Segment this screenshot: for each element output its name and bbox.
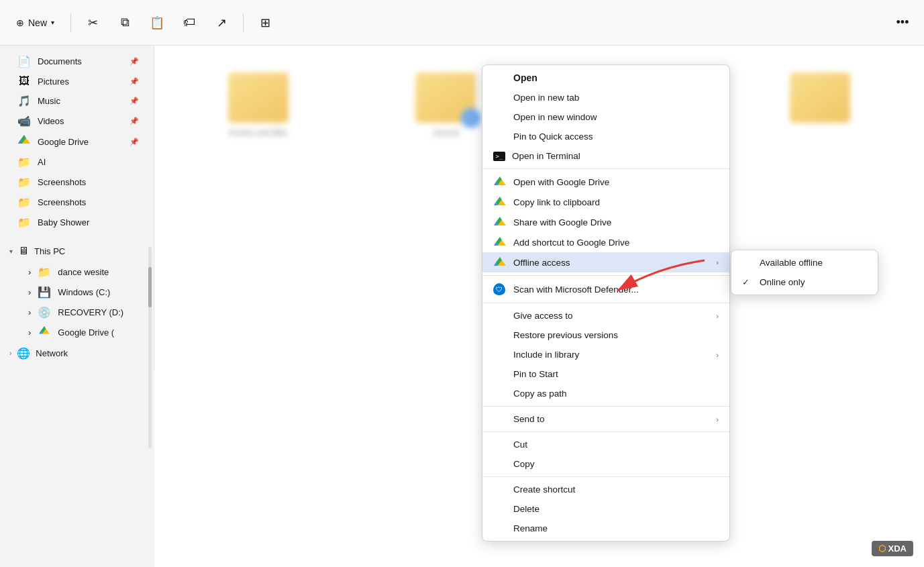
sidebar-label-videos: Videos (38, 116, 64, 126)
submenu-available-offline-label: Available offline (760, 258, 823, 268)
sidebar-item-screenshots-1[interactable]: 📁 Screenshots (4, 172, 150, 192)
menu-offline-access-label: Offline access (513, 258, 709, 268)
paste-button[interactable]: 📋 (144, 9, 170, 36)
submenu-item-available-offline[interactable]: Available offline (731, 253, 878, 272)
google-drive-icon (17, 135, 31, 148)
menu-item-rename[interactable]: Rename (482, 519, 729, 538)
include-library-arrow: › (716, 351, 719, 359)
menu-item-open-new-tab[interactable]: Open in new tab (482, 88, 729, 107)
menu-item-open-terminal[interactable]: >_ Open in Terminal (482, 146, 729, 166)
menu-item-copy-file[interactable]: Copy (482, 454, 729, 474)
pin-icon-music: 📌 (130, 97, 139, 105)
menu-copy-label: Copy (513, 459, 719, 469)
menu-item-create-shortcut[interactable]: Create shortcut (482, 480, 729, 499)
sidebar-item-baby-shower[interactable]: 📁 Baby Shower (4, 213, 150, 232)
sidebar-label-screenshots-1: Screenshots (38, 177, 86, 187)
network-section[interactable]: › 🌐 Network (3, 343, 151, 364)
xda-watermark: ⬡ XDA (872, 541, 913, 556)
sidebar-label-screenshots-2: Screenshots (38, 197, 86, 207)
menu-item-pin-quick-access[interactable]: Pin to Quick access (482, 127, 729, 146)
sidebar-label-ai: AI (38, 157, 46, 167)
menu-item-pin-start[interactable]: Pin to Start (482, 364, 729, 384)
menu-item-send-to[interactable]: Send to › (482, 409, 729, 429)
sidebar-label-dance-website: dance wesite (58, 267, 109, 277)
network-label: Network (36, 348, 68, 358)
rename-button[interactable]: 🏷 (176, 9, 203, 36)
sidebar-item-recovery-d[interactable]: › 💿 RECOVERY (D:) (4, 303, 150, 322)
menu-item-share-gdrive[interactable]: Share with Google Drive (482, 212, 729, 232)
sidebar-label-recovery-d: RECOVERY (D:) (58, 307, 123, 317)
toolbar-separator-2 (243, 13, 244, 32)
menu-give-access-label: Give access to (513, 311, 709, 321)
send-to-arrow: › (716, 415, 719, 423)
toolbar: ⊕ New ▾ ✂ ⧉ 📋 🏷 ↗ ⊞ ••• (0, 0, 924, 46)
menu-scan-defender-label: Scan with Microsoft Defender... (513, 285, 719, 295)
this-pc-label: This PC (34, 246, 65, 256)
menu-include-library-label: Include in library (513, 350, 709, 360)
main-layout: 📄 Documents 📌 🖼 Pictures 📌 🎵 Music 📌 📹 V… (0, 46, 924, 567)
context-menu-separator-2 (482, 275, 729, 276)
sidebar-item-videos[interactable]: 📹 Videos 📌 (4, 111, 150, 131)
sidebar-item-screenshots-2[interactable]: 📁 Screenshots (4, 193, 150, 212)
recovery-d-chevron: › (28, 307, 31, 317)
context-menu-separator-3 (482, 303, 729, 303)
copy-button[interactable]: ⧉ (111, 9, 138, 36)
menu-open-new-tab-label: Open in new tab (513, 93, 719, 103)
menu-item-copy-link[interactable]: Copy link to clipboard (482, 192, 729, 212)
sidebar-item-dance-website[interactable]: › 📁 dance wesite (4, 262, 150, 282)
sidebar-item-ai[interactable]: 📁 AI (4, 152, 150, 172)
screenshots2-icon: 📁 (17, 196, 31, 209)
new-icon: ⊕ (16, 17, 24, 28)
sidebar-scrollbar-track[interactable] (148, 247, 152, 448)
menu-item-add-shortcut[interactable]: Add shortcut to Google Drive (482, 232, 729, 252)
sidebar-item-music[interactable]: 🎵 Music 📌 (4, 91, 150, 111)
menu-send-to-label: Send to (513, 414, 709, 424)
sidebar-item-google-drive[interactable]: Google Drive 📌 (4, 132, 150, 152)
google-drive-g-chevron: › (28, 327, 31, 338)
menu-item-delete[interactable]: Delete (482, 499, 729, 519)
menu-item-cut[interactable]: Cut (482, 435, 729, 454)
online-only-check: ✓ (742, 277, 753, 287)
menu-item-copy-as-path[interactable]: Copy as path (482, 384, 729, 403)
pin-icon-pictures: 📌 (130, 77, 139, 86)
pin-icon-google-drive: 📌 (130, 138, 139, 146)
sidebar-label-baby-shower: Baby Shower (38, 217, 89, 227)
sidebar-label-music: Music (38, 96, 60, 106)
menu-item-restore-versions[interactable]: Restore previous versions (482, 325, 729, 345)
menu-open-label: Open (513, 72, 719, 83)
menu-item-open-new-window[interactable]: Open in new window (482, 107, 729, 127)
gdrive-icon-4 (493, 237, 507, 248)
pin-icon-videos: 📌 (130, 117, 139, 125)
this-pc-section[interactable]: ▾ 🖥 This PC (3, 241, 151, 261)
menu-pin-start-label: Pin to Start (513, 369, 719, 379)
menu-open-new-window-label: Open in new window (513, 112, 719, 122)
share-button[interactable]: ↗ (208, 9, 235, 36)
submenu-item-online-only[interactable]: ✓ Online only (731, 272, 878, 292)
menu-rename-label: Rename (513, 523, 719, 533)
menu-item-open-gdrive[interactable]: Open with Google Drive (482, 172, 729, 192)
more-options-button[interactable]: ••• (889, 9, 916, 36)
gdrive-icon-3 (493, 217, 507, 227)
new-button[interactable]: ⊕ New ▾ (8, 13, 62, 32)
sidebar-item-pictures[interactable]: 🖼 Pictures 📌 (4, 72, 150, 91)
dance-website-icon: 📁 (38, 266, 51, 278)
menu-item-open[interactable]: Open (482, 68, 729, 88)
menu-copy-as-path-label: Copy as path (513, 389, 719, 399)
xda-label: XDA (888, 544, 907, 554)
screenshots1-icon: 📁 (17, 176, 31, 189)
terminal-icon: >_ (493, 152, 505, 161)
cut-button[interactable]: ✂ (79, 9, 106, 36)
sidebar-item-google-drive-g[interactable]: › Google Drive ( (4, 323, 150, 342)
baby-shower-icon: 📁 (17, 216, 31, 229)
context-menu: Open Open in new tab Open in new window … (482, 64, 730, 542)
menu-item-include-library[interactable]: Include in library › (482, 345, 729, 364)
sidebar-item-documents[interactable]: 📄 Documents 📌 (4, 52, 150, 71)
sidebar-label-pictures: Pictures (38, 76, 69, 87)
menu-item-give-access[interactable]: Give access to › (482, 306, 729, 325)
view-button[interactable]: ⊞ (252, 9, 278, 36)
menu-item-offline-access[interactable]: Offline access › Available offline ✓ Onl… (482, 252, 729, 272)
menu-create-shortcut-label: Create shortcut (513, 484, 719, 495)
menu-item-scan-defender[interactable]: 🛡 Scan with Microsoft Defender... (482, 278, 729, 300)
sidebar-item-windows-c[interactable]: › 💾 Windows (C:) (4, 282, 150, 302)
network-chevron: › (9, 350, 11, 357)
